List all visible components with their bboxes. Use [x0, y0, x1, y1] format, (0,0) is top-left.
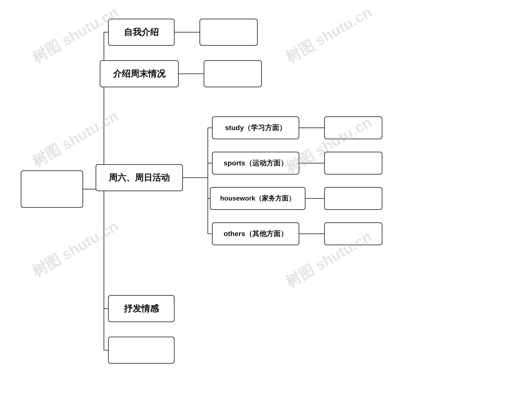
- node-study: study（学习方面）: [212, 116, 299, 139]
- node-study-right: [324, 116, 382, 139]
- node-zhouliurizhuori: 周六、周日活动: [95, 164, 183, 191]
- node-n2-right: [204, 60, 262, 87]
- node-shufa-qinggan: 抒发情感: [108, 295, 175, 322]
- node-jieshao-zhoumo: 介绍周末情况: [100, 60, 179, 87]
- node-housework-right: [324, 187, 382, 210]
- diagram: 树图 shutu.cn 树图 shutu.cn 树图 shutu.cn 树图 s…: [0, 0, 532, 399]
- node-ziwojieshao: 自我介绍: [108, 19, 175, 46]
- node-housework: housework（家务方面）: [210, 187, 305, 210]
- node-sports-right: [324, 152, 382, 175]
- root-node: [21, 171, 83, 208]
- node-sports: sports（运动方面）: [212, 152, 299, 175]
- node-n1-right: [200, 19, 258, 46]
- watermark-5: 树图 shutu.cn: [28, 216, 122, 282]
- watermark-2: 树图 shutu.cn: [282, 2, 375, 68]
- watermark-3: 树图 shutu.cn: [28, 106, 122, 171]
- node-others: others（其他方面）: [212, 222, 299, 245]
- node-n5-empty: [108, 337, 175, 364]
- node-others-right: [324, 222, 382, 245]
